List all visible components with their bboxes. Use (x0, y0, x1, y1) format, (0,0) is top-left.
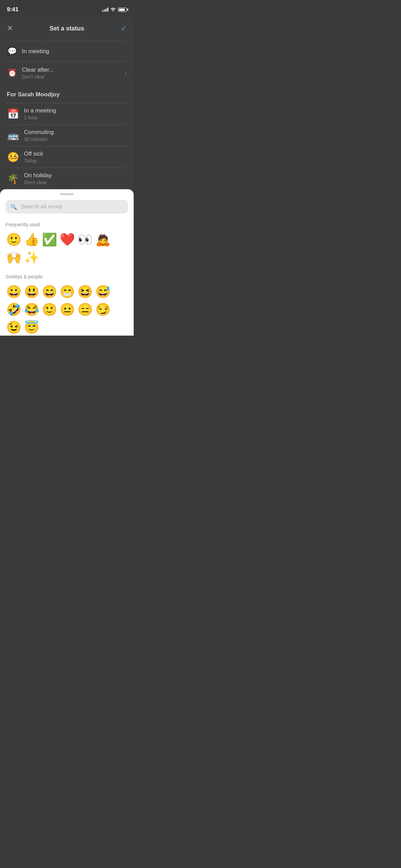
emoji-expressionless[interactable]: 😑 (77, 301, 93, 318)
emoji-grinning[interactable]: 😀 (5, 284, 22, 300)
for-section-heading: For Sarah Moodjoy (7, 84, 127, 103)
clock-icon: ⏰ (7, 69, 17, 77)
emoji-rolling-laugh[interactable]: 🤣 (5, 301, 22, 318)
emoji-sparkle[interactable]: ✨ (23, 249, 40, 266)
signal-icon (102, 8, 108, 12)
emoji-neutral[interactable]: 😐 (59, 301, 75, 318)
emoji-raisehands[interactable]: 🙌 (5, 249, 22, 266)
off-sick-emoji: 🤒 (7, 152, 19, 163)
status-time: 9:41 (7, 6, 19, 13)
emoji-check[interactable]: ✅ (41, 231, 58, 248)
emoji-grin[interactable]: 😁 (59, 284, 75, 300)
wifi-icon (110, 7, 116, 12)
emoji-eyes[interactable]: 👀 (77, 231, 93, 248)
close-button[interactable]: ✕ (7, 24, 13, 33)
commuting-subtitle: 30 minutes (24, 136, 54, 142)
emoji-smiley[interactable]: 🙂 (5, 231, 22, 248)
off-sick-subtitle: Today (24, 158, 43, 164)
status-input-row[interactable]: 💬 In meeting (7, 41, 127, 61)
confirm-button[interactable]: ✓ (121, 24, 127, 33)
emoji-bow[interactable]: 🙇 (95, 231, 111, 248)
search-container: 🔍 Search all emoji (0, 200, 134, 219)
suggestion-in-meeting[interactable]: 📅 In a meeting 1 hour (7, 103, 127, 124)
emoji-picker-sheet: 🔍 Search all emoji Frequently used 🙂 👍 ✅… (0, 189, 134, 336)
smileys-grid: 😀 😃 😄 😁 😆 😅 🤣 😂 🙂 😐 😑 😏 😉 😇 (5, 284, 128, 336)
battery-icon (118, 8, 127, 12)
search-input[interactable]: Search all emoji (21, 203, 62, 210)
status-bar: 9:41 (0, 0, 134, 17)
in-meeting-title: In a meeting (24, 107, 56, 114)
emoji-heart[interactable]: ❤️ (59, 231, 75, 248)
on-holiday-title: On holiday (24, 172, 52, 179)
suggestion-off-sick[interactable]: 🤒 Off sick Today (7, 146, 127, 168)
commuting-title: Commuting (24, 129, 54, 136)
clear-texts: Clear after... Don't clear (22, 67, 54, 80)
suggestion-commuting[interactable]: 🚌 Commuting 30 minutes (7, 124, 127, 146)
emoji-smiley2[interactable]: 😃 (23, 284, 40, 300)
frequently-used-label: Frequently used (5, 222, 128, 227)
chevron-right-icon: › (125, 70, 127, 77)
page-title: Set a status (49, 25, 84, 32)
emoji-joy[interactable]: 😂 (23, 301, 40, 318)
search-bar[interactable]: 🔍 Search all emoji (5, 200, 128, 214)
clear-after-row[interactable]: ⏰ Clear after... Don't clear › (7, 61, 127, 84)
status-input-text[interactable]: In meeting (22, 48, 49, 55)
off-sick-title: Off sick (24, 150, 43, 157)
emoji-smirk[interactable]: 😏 (95, 301, 111, 318)
emoji-sweat-smile[interactable]: 😅 (95, 284, 111, 300)
on-holiday-emoji: 🌴 (7, 173, 19, 184)
frequently-used-section: Frequently used 🙂 👍 ✅ ❤️ 👀 🙇 🙌 ✨ (0, 219, 134, 266)
frequently-used-grid: 🙂 👍 ✅ ❤️ 👀 🙇 🙌 ✨ (5, 231, 128, 266)
smileys-section: Smileys & people 😀 😃 😄 😁 😆 😅 🤣 😂 🙂 😐 😑 😏… (0, 271, 134, 336)
commuting-emoji: 🚌 (7, 130, 19, 141)
status-emoji-icon: 💬 (7, 47, 17, 56)
emoji-wink[interactable]: 😉 (5, 319, 22, 336)
on-holiday-subtitle: Don't clear (24, 180, 52, 185)
in-meeting-emoji: 📅 (7, 108, 19, 120)
main-content: ✕ Set a status ✓ 💬 In meeting ⏰ Clear af… (0, 17, 134, 189)
emoji-thumbsup[interactable]: 👍 (23, 231, 40, 248)
status-icons (102, 7, 127, 12)
clear-left: ⏰ Clear after... Don't clear (7, 67, 120, 80)
header: ✕ Set a status ✓ (7, 17, 127, 41)
smileys-label: Smileys & people (5, 274, 128, 279)
suggestion-on-holiday[interactable]: 🌴 On holiday Don't clear (7, 168, 127, 189)
emoji-slightly-smiling[interactable]: 🙂 (41, 301, 58, 318)
drag-handle[interactable] (60, 193, 74, 195)
emoji-halo[interactable]: 😇 (23, 319, 40, 336)
clear-subtitle: Don't clear (22, 74, 54, 80)
search-icon: 🔍 (10, 204, 17, 210)
suggestions-list: 📅 In a meeting 1 hour 🚌 Commuting 30 min… (7, 103, 127, 189)
clear-title: Clear after... (22, 67, 54, 73)
in-meeting-subtitle: 1 hour (24, 115, 56, 120)
emoji-smile[interactable]: 😄 (41, 284, 58, 300)
emoji-laughing[interactable]: 😆 (77, 284, 93, 300)
